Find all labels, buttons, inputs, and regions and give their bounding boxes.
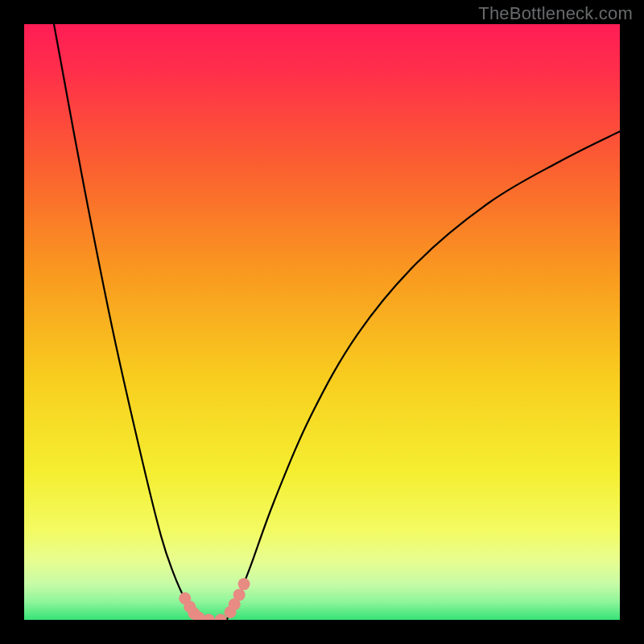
right-curve: [227, 131, 620, 620]
plot-area: [24, 24, 620, 620]
sample-dot: [233, 588, 246, 601]
left-curve: [54, 24, 203, 620]
sample-dots: [179, 578, 250, 620]
curves-layer: [24, 24, 620, 620]
sample-dot: [238, 578, 250, 590]
sample-dot: [203, 614, 215, 621]
chart-frame: TheBottleneck.com: [0, 0, 644, 644]
watermark-text: TheBottleneck.com: [478, 3, 633, 24]
